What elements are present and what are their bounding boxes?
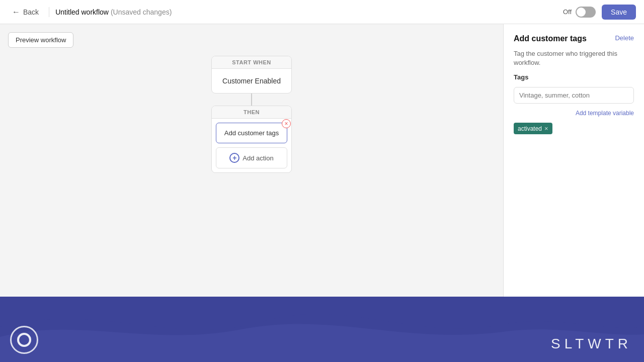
preview-workflow-button[interactable]: Preview workflow [8,32,73,48]
back-arrow-icon: ← [12,8,20,17]
tag-chip: activated × [514,123,552,134]
connector-line [251,94,252,106]
footer-brand: SLTWTR [551,336,632,352]
start-when-node[interactable]: START WHEN Customer Enabled [211,56,292,94]
tags-label: Tags [514,73,634,81]
footer-logo-inner [17,333,31,347]
back-label: Back [23,8,39,16]
action-card[interactable]: × Add customer tags [216,123,287,143]
wave-svg [0,297,644,362]
workflow-toggle[interactable] [576,7,596,18]
add-action-label: Add action [243,154,273,162]
workflow-canvas: Preview workflow START WHEN Customer Ena… [0,24,503,297]
then-section: THEN × Add customer tags + Add action [211,106,292,173]
workflow-container: START WHEN Customer Enabled THEN × Add c… [8,56,495,173]
panel-title: Add customer tags [514,34,587,43]
start-when-trigger: Customer Enabled [212,69,291,93]
tags-list: activated × [514,123,634,134]
top-nav: ← Back Untitled workflow (Unsaved change… [0,0,644,24]
footer: SLTWTR [0,297,644,362]
action-label: Add customer tags [224,129,279,137]
nav-divider [49,7,49,17]
start-when-header: START WHEN [212,56,291,69]
back-button[interactable]: ← Back [8,6,43,19]
panel-header: Add customer tags Delete [514,34,634,43]
main-area: Preview workflow START WHEN Customer Ena… [0,24,644,297]
tag-remove-button[interactable]: × [544,125,548,132]
then-header: THEN [212,106,291,119]
tags-input[interactable] [514,87,634,104]
template-variable-link[interactable]: Add template variable [514,110,634,117]
panel-description: Tag the customer who triggered this work… [514,49,634,67]
remove-action-button[interactable]: × [282,119,291,128]
workflow-title: Untitled workflow [55,8,109,16]
toggle-thumb [577,8,586,17]
delete-link[interactable]: Delete [615,34,634,42]
add-action-button[interactable]: + Add action [216,147,287,168]
tag-value: activated [518,125,542,132]
footer-logo [10,326,38,354]
right-panel: Add customer tags Delete Tag the custome… [503,24,644,297]
workflow-subtitle: (Unsaved changes) [111,8,172,16]
toggle-label: Off [563,8,572,16]
footer-logo-icon [10,326,38,354]
remove-icon: × [284,121,288,127]
save-button[interactable]: Save [602,5,636,20]
add-action-icon: + [229,153,239,163]
